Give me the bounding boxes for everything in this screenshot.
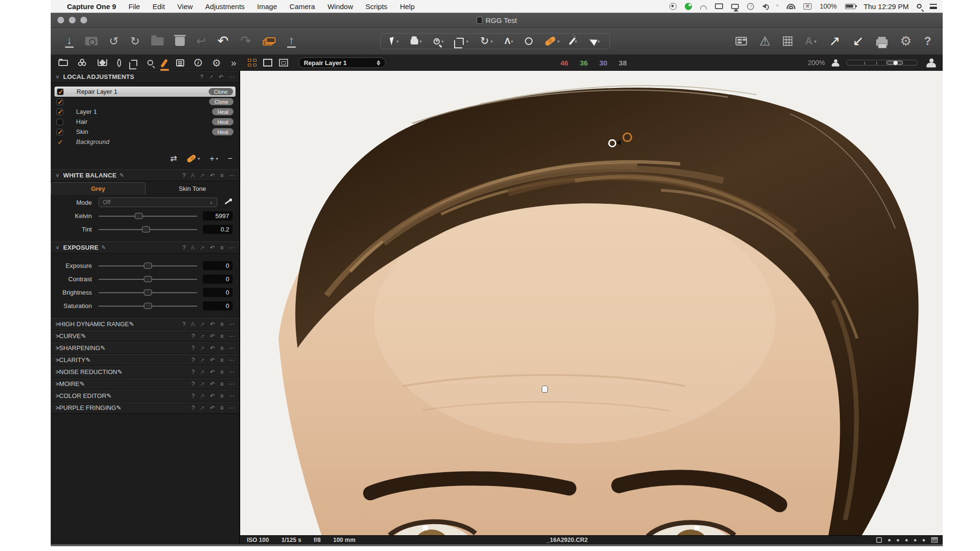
output-button[interactable]: ↑ — [287, 34, 296, 48]
wb-eyedropper-icon[interactable] — [223, 198, 233, 207]
tab-skin-tone[interactable]: Skin Tone — [145, 182, 239, 195]
white-balance-header[interactable]: ∨ WHITE BALANCE ✎ ? A ↗ ↶ ≡ ⋯ — [51, 169, 239, 181]
contrast-value[interactable]: 0 — [203, 275, 233, 284]
exposure-value[interactable]: 0 — [203, 261, 233, 270]
tint-slider[interactable] — [99, 229, 197, 230]
layer-row[interactable]: Hair Heal — [55, 117, 235, 127]
keyboard-icon[interactable]: ⌘ — [803, 3, 812, 10]
heal-brush-tool[interactable]: ▾ — [545, 39, 560, 44]
revert-button[interactable]: ↩ — [196, 35, 206, 47]
bluetooth-icon[interactable]: * — [776, 3, 779, 10]
grid-overlay-button[interactable] — [783, 36, 792, 46]
spotlight-search-icon[interactable] — [917, 4, 922, 9]
zoom-tool[interactable]: ▾ — [434, 38, 444, 44]
clone-tool[interactable]: ▾ — [571, 37, 577, 45]
layer-selector-dropdown[interactable]: Repair Layer 1 — [299, 57, 386, 68]
brightness-slider-thumb[interactable] — [144, 289, 152, 296]
fullscreen-enter-button[interactable]: ↗ — [829, 34, 840, 48]
brightness-value[interactable]: 0 — [203, 288, 233, 297]
collapse-icon[interactable]: ∨ — [56, 172, 63, 178]
tab-settings[interactable]: ⚙ — [212, 56, 221, 69]
draw-mask-tool[interactable]: ▾ — [589, 38, 600, 44]
kelvin-slider[interactable] — [99, 216, 197, 217]
menu-scripts[interactable]: Scripts — [366, 2, 388, 11]
notification-center-icon[interactable] — [930, 4, 937, 9]
collapse-icon[interactable]: ∨ — [56, 244, 63, 251]
section-clarity[interactable]: > CLARITY ✎ ?↗↶≡⋯ — [51, 354, 239, 366]
reset-icon[interactable]: ↶ — [210, 244, 215, 251]
viewer-zoom-slider[interactable] — [846, 60, 918, 66]
image-viewer[interactable] — [240, 71, 943, 535]
tab-composition[interactable] — [131, 56, 137, 69]
fullscreen-exit-button[interactable]: ↙ — [853, 34, 864, 48]
tab-info[interactable]: i — [194, 56, 202, 69]
layer-brush-button[interactable]: ▾ — [187, 156, 200, 161]
menu-app-name[interactable]: Capture One 9 — [67, 2, 116, 11]
multi-view-button[interactable] — [248, 59, 256, 66]
reset-icon[interactable]: ↶ — [210, 172, 215, 179]
redo-button[interactable]: ↷ — [240, 34, 251, 48]
displays-icon[interactable] — [715, 3, 723, 9]
layer-row[interactable]: Clone — [55, 97, 235, 107]
tab-details[interactable] — [147, 56, 153, 69]
page-dot[interactable] — [914, 539, 916, 541]
kelvin-slider-thumb[interactable] — [135, 213, 143, 219]
annotations-button[interactable]: A▾ — [805, 36, 816, 46]
copy-adjustments-button[interactable] — [263, 37, 276, 45]
exposure-slider[interactable] — [99, 265, 197, 266]
contrast-slider-thumb[interactable] — [144, 276, 152, 282]
layer-row[interactable]: Layer 1 Heal — [55, 107, 235, 117]
exposure-warning-button[interactable]: ⚠ — [759, 35, 770, 47]
tab-local-adjustments[interactable] — [163, 56, 166, 69]
help-button[interactable]: ? — [924, 35, 931, 47]
wifi-icon[interactable] — [787, 4, 795, 9]
compare-icon[interactable] — [876, 537, 882, 543]
copy-settings-icon[interactable]: ↗ — [200, 172, 205, 179]
volume-icon[interactable] — [762, 4, 766, 9]
kelvin-value[interactable]: 5997 — [203, 211, 233, 220]
layer-visibility-checkbox[interactable] — [56, 99, 63, 105]
saturation-value[interactable]: 0 — [203, 301, 233, 310]
copy-settings-icon[interactable]: ↗ — [209, 74, 213, 80]
more-options-icon[interactable]: ⋯ — [229, 74, 234, 80]
page-dot[interactable] — [888, 539, 891, 541]
select-tool[interactable]: ▾ — [390, 37, 399, 45]
preferences-button[interactable]: ⚙ — [900, 35, 912, 48]
reset-icon[interactable]: ↶ — [219, 74, 223, 80]
capture-pilot-icon[interactable] — [685, 3, 692, 10]
screen-record-icon[interactable] — [669, 3, 677, 10]
section-sharpening[interactable]: > SHARPENING ✎ ?↗↶≡⋯ — [51, 342, 239, 354]
remove-layer-button[interactable]: − — [228, 154, 233, 164]
local-adjustments-header[interactable]: ∨ LOCAL ADJUSTMENTS ? ↗ ↶ ⋯ — [51, 71, 239, 83]
add-layer-button[interactable]: +▾ — [210, 154, 218, 164]
print-button[interactable] — [876, 39, 888, 46]
menu-image[interactable]: Image — [257, 2, 277, 11]
zoom-out-person-icon[interactable] — [832, 59, 839, 66]
tab-color[interactable] — [78, 56, 88, 69]
tab-lens[interactable] — [117, 56, 121, 69]
time-machine-icon[interactable] — [747, 3, 754, 10]
layer-visibility-checkbox[interactable] — [56, 119, 63, 125]
tab-exposure[interactable] — [98, 56, 107, 69]
auto-adjust-icon[interactable]: A — [191, 244, 195, 251]
section-purple-fringing[interactable]: > PURPLE FRINGING ✎ ?↗↶≡⋯ — [51, 402, 239, 414]
more-options-icon[interactable]: ⋯ — [229, 244, 234, 251]
contrast-slider[interactable] — [99, 279, 197, 280]
more-tabs-button[interactable]: » — [231, 56, 236, 69]
layer-row[interactable]: Skin Heal — [55, 127, 235, 137]
keystone-tool[interactable]: Λ▾ — [504, 36, 513, 46]
saturation-slider[interactable] — [99, 306, 197, 307]
collapse-icon[interactable]: ∨ — [56, 74, 63, 80]
layer-visibility-checkbox[interactable] — [56, 109, 63, 115]
battery-icon[interactable] — [845, 4, 856, 9]
section-moire[interactable]: > MOIRE ✎ ?↗↶≡⋯ — [51, 378, 239, 390]
tint-slider-thumb[interactable] — [142, 226, 150, 232]
browser-layout-button[interactable] — [735, 37, 747, 45]
page-dot[interactable] — [923, 539, 925, 541]
page-dot[interactable] — [897, 539, 899, 541]
zoom-slider-knob[interactable] — [893, 61, 898, 65]
tab-grey[interactable]: Grey — [51, 182, 145, 195]
layer-visibility-checkbox[interactable] — [56, 139, 63, 145]
zoom-in-person-icon[interactable] — [926, 58, 936, 67]
window-title-bar[interactable]: RGG Test — [51, 13, 943, 28]
